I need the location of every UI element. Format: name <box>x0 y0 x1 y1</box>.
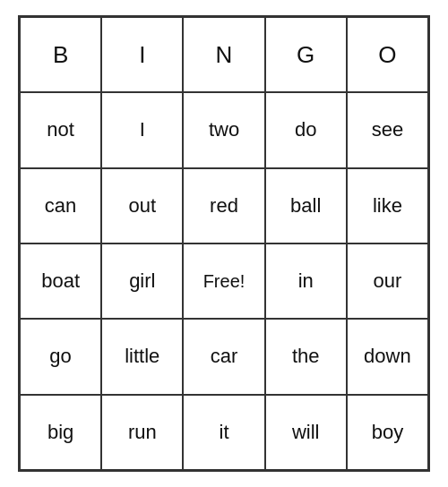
bingo-card: BINGOnotItwodoseecanoutredballlikeboatgi… <box>18 15 430 472</box>
bingo-cell-3-3: the <box>265 319 347 394</box>
bingo-cell-0-1: I <box>101 92 183 167</box>
bingo-row-4: bigrunitwillboy <box>20 395 428 470</box>
header-cell-g: G <box>265 17 347 92</box>
bingo-row-1: canoutredballlike <box>20 168 428 244</box>
bingo-cell-1-0: can <box>20 168 101 244</box>
bingo-row-0: notItwodosee <box>20 92 428 167</box>
header-cell-i: I <box>101 17 183 92</box>
bingo-cell-0-2: two <box>183 92 264 167</box>
header-cell-o: O <box>347 17 428 92</box>
bingo-cell-2-4: our <box>347 244 428 319</box>
bingo-cell-2-2: Free! <box>183 244 264 319</box>
header-cell-n: N <box>183 17 264 92</box>
bingo-cell-3-1: little <box>101 319 183 394</box>
bingo-cell-0-3: do <box>265 92 347 167</box>
bingo-cell-4-1: run <box>101 395 183 470</box>
bingo-cell-4-4: boy <box>347 395 428 470</box>
bingo-cell-1-2: red <box>183 168 264 244</box>
bingo-cell-1-3: ball <box>265 168 347 244</box>
bingo-cell-3-4: down <box>347 319 428 394</box>
bingo-cell-1-1: out <box>101 168 183 244</box>
bingo-cell-4-0: big <box>20 395 101 470</box>
bingo-cell-2-3: in <box>265 244 347 319</box>
bingo-cell-3-2: car <box>183 319 264 394</box>
bingo-cell-0-0: not <box>20 92 101 167</box>
bingo-cell-2-1: girl <box>101 244 183 319</box>
bingo-cell-3-0: go <box>20 319 101 394</box>
bingo-cell-0-4: see <box>347 92 428 167</box>
bingo-cell-4-2: it <box>183 395 264 470</box>
bingo-cell-4-3: will <box>265 395 347 470</box>
bingo-cell-2-0: boat <box>20 244 101 319</box>
bingo-cell-1-4: like <box>347 168 428 244</box>
header-cell-b: B <box>20 17 101 92</box>
header-row: BINGO <box>20 17 428 92</box>
bingo-row-3: golittlecarthedown <box>20 319 428 394</box>
bingo-row-2: boatgirlFree!inour <box>20 244 428 319</box>
